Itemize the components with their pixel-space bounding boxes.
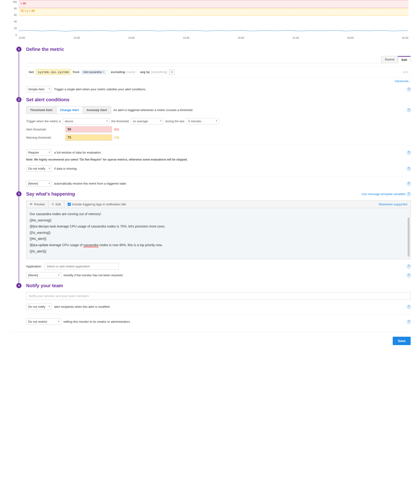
alert-type-desc: An alert is triggered whenever a metric … (113, 108, 193, 112)
code-toggle-icon[interactable]: </> (403, 70, 408, 74)
restrict-editing-desc: editing this monitor to its creator or a… (63, 320, 130, 324)
sparse-metrics-note: Note: We highly recommend you select "Do… (26, 158, 411, 161)
msg-line: {{#is_alert}} (30, 237, 46, 240)
step-badge-4: 4 (16, 283, 21, 288)
scope-tag[interactable]: role:cassandra× (81, 70, 106, 74)
restrict-editing-select[interactable]: Do not restrict (26, 318, 61, 325)
markdown-supported-link[interactable]: Markdown supported (376, 201, 410, 208)
auto-resolve-select[interactable]: [Never] (26, 180, 52, 187)
auto-resolve-desc: automatically resolve this event from a … (54, 182, 127, 185)
excluding-value[interactable]: (none) (126, 70, 135, 74)
add-query-button[interactable]: + (169, 69, 174, 75)
aggregation-select[interactable]: on average (131, 118, 163, 124)
step-badge-1: 1 (16, 47, 21, 52)
tab-source[interactable]: Source (381, 56, 398, 63)
xtick: 15:00 (238, 36, 244, 39)
window-select[interactable]: 5 minutes (186, 118, 219, 124)
require-window-select[interactable]: Require (26, 149, 52, 156)
tab-threshold-alert[interactable]: Threshold Alert (26, 106, 56, 114)
save-button[interactable]: Save (393, 337, 411, 345)
on-modify-notify-select[interactable]: Do not notify (26, 304, 52, 310)
help-icon[interactable]: ? (407, 273, 411, 277)
ytick: 60 (14, 13, 17, 16)
pencil-icon: ✎ (52, 203, 54, 206)
xtick: 14:30 (183, 36, 189, 39)
warning-threshold-preview: (75) (114, 136, 119, 139)
edit-tab[interactable]: ✎ Edit (48, 201, 64, 208)
alert-threshold-label: Alert threshold: (26, 128, 63, 131)
require-window-desc: a full window of data for evaluation. (54, 151, 102, 154)
renotify-desc: renotify if the monitor has not been res… (63, 273, 123, 277)
step-badge-3: 3 (16, 191, 21, 197)
metric-chip[interactable]: system.cpu.system (36, 69, 71, 75)
excluding-label: excluding (111, 70, 125, 74)
warning-band-label: 75 < y < 90 (21, 9, 35, 12)
direction-select[interactable]: above (63, 118, 109, 124)
help-icon[interactable]: ? (407, 108, 411, 112)
ytick: 40 (14, 20, 17, 23)
tab-change-alert[interactable]: Change Alert (56, 106, 83, 114)
trigger-prefix: Trigger when the metric is (26, 120, 61, 123)
help-icon[interactable]: ? (407, 305, 411, 309)
warning-threshold-input[interactable] (65, 134, 112, 141)
help-icon[interactable]: ? (407, 151, 411, 155)
missing-data-desc: if data is missing. (54, 167, 78, 170)
msg-line: {{#is_warning}} (30, 218, 51, 222)
xtick: 14:00 (128, 36, 135, 39)
help-icon[interactable]: ? (407, 264, 411, 268)
xtick: 16:00 (347, 36, 354, 39)
xtick: 16:30 (402, 36, 408, 39)
template-variables-link[interactable]: Use message template variables (361, 192, 406, 196)
message-editor[interactable]: Our cassandra nodes are running out of m… (26, 208, 411, 259)
help-icon[interactable]: ? (407, 88, 411, 91)
remove-tag-icon[interactable]: × (102, 71, 104, 74)
query-from-label: from (73, 70, 80, 74)
alert-mode-select[interactable]: Simple Alert (26, 86, 52, 92)
advanced-link[interactable]: Advanced... (395, 79, 411, 83)
msg-line: Our cassandra nodes are running out of m… (30, 212, 101, 216)
xtick: 13:30 (73, 36, 80, 39)
edit-label: Edit (55, 203, 61, 206)
include-tags-checkbox[interactable] (68, 203, 71, 206)
help-icon[interactable]: ? (407, 320, 411, 324)
alert-threshold-preview: (90) (114, 128, 119, 131)
msg-line: @jira-devops-task Average CPU usage of c… (30, 224, 165, 228)
alert-threshold-input[interactable] (65, 126, 112, 132)
during-word: during the last (165, 120, 184, 123)
avgby-label: avg by (140, 70, 150, 74)
avgby-value[interactable]: (everything) (151, 70, 167, 74)
application-label: Application: (26, 264, 42, 268)
metric-chart: > 90 75 < y < 90 100 80 60 40 20 0 13:00… (9, 0, 411, 42)
renotify-select[interactable]: [Never] (26, 272, 61, 278)
step4-title: Notify your team (26, 283, 411, 288)
tab-edit[interactable]: Edit (398, 56, 411, 63)
xtick: 15:30 (292, 36, 299, 39)
msg-line: @jira-update Average CPU usage of cassan… (30, 243, 163, 247)
scrollbar[interactable] (408, 217, 409, 257)
query-get-label: Get (29, 70, 34, 74)
preview-tab[interactable]: 👁 Preview (26, 201, 48, 208)
notify-recipients-input[interactable]: Notify your services and your team membe… (26, 292, 411, 300)
xtick: 13:00 (19, 36, 25, 39)
application-input[interactable] (44, 263, 119, 270)
help-icon[interactable]: ? (407, 182, 411, 186)
step3-title: Say what's happening (26, 191, 75, 197)
ytick: 0 (15, 34, 17, 36)
alert-mode-desc: Trigger a single alert when your metric … (54, 88, 146, 91)
help-icon[interactable]: ? (407, 167, 411, 171)
threshold-word: the threshold (111, 120, 129, 123)
preview-label: Preview (34, 203, 45, 206)
missing-data-select[interactable]: Do not notify (26, 165, 52, 172)
tab-anomaly-alert[interactable]: Anomaly Alert (83, 106, 111, 114)
msg-line: {{/is_warning}} (30, 231, 51, 234)
include-tags-label: Include triggering tags in notification … (72, 203, 126, 206)
metric-query-row: Get system.cpu.system from role:cassandr… (26, 66, 411, 78)
help-icon[interactable]: ? (407, 192, 411, 196)
on-modify-notify-desc: alert recipients when this alert is modi… (54, 305, 110, 308)
chart-series (19, 0, 408, 34)
msg-line: {{/is_alert}}| (30, 249, 46, 253)
ytick: 20 (14, 27, 17, 30)
step-badge-2: 2 (16, 97, 21, 102)
alert-band-label: > 90 (21, 2, 26, 5)
warning-threshold-label: Warning threshold: (26, 136, 63, 139)
